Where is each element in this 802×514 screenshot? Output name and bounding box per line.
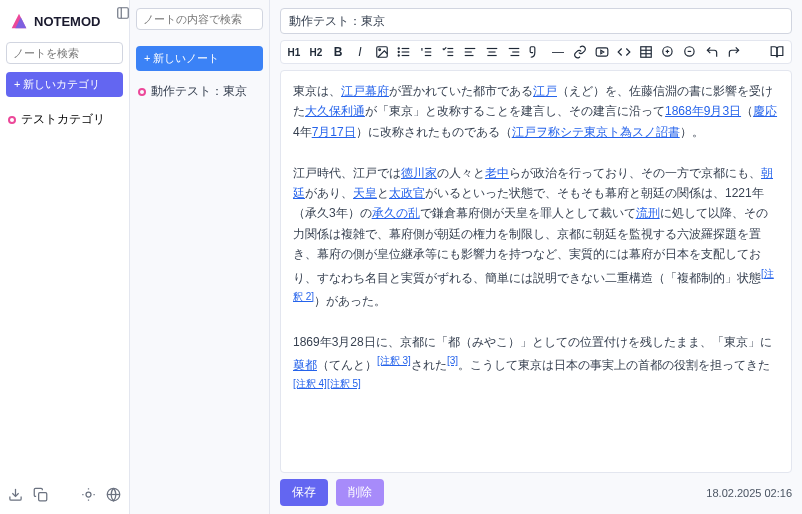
logo-icon — [8, 10, 30, 32]
editor-content[interactable]: 東京は、江戸幕府が置かれていた都市である江戸（えど）を、佐藤信淵の書に影響を受け… — [280, 70, 792, 473]
new-category-button[interactable]: + 新しいカテゴリ — [6, 72, 123, 97]
youtube-button[interactable] — [595, 45, 609, 59]
app-logo: NOTEMOD — [6, 8, 123, 42]
align-right-button[interactable] — [507, 45, 521, 59]
image-button[interactable] — [375, 45, 389, 59]
app-name: NOTEMOD — [34, 14, 100, 29]
delete-button[interactable]: 削除 — [336, 479, 384, 506]
copy-icon[interactable] — [33, 487, 48, 502]
category-label: テストカテゴリ — [21, 111, 105, 128]
table-button[interactable] — [639, 45, 653, 59]
timestamp-label: 18.02.2025 02:16 — [706, 487, 792, 499]
bold-button[interactable]: B — [331, 45, 345, 59]
editor-toolbar: H1 H2 B I — — [280, 40, 792, 64]
note-title-input[interactable] — [280, 8, 792, 34]
svg-rect-36 — [596, 48, 608, 56]
panel-toggle-icon[interactable] — [116, 6, 130, 20]
globe-icon[interactable] — [106, 487, 121, 502]
quote-button[interactable] — [529, 45, 543, 59]
checklist-button[interactable] — [441, 45, 455, 59]
theme-icon[interactable] — [81, 487, 96, 502]
hr-button[interactable]: — — [551, 45, 565, 59]
zoom-in-button[interactable] — [661, 45, 675, 59]
note-item-label: 動作テスト：東京 — [151, 83, 247, 100]
editor-panel: H1 H2 B I — 東京は、江戸幕府が置かれていた都市である江戸（えど）を、… — [270, 0, 802, 514]
undo-button[interactable] — [705, 45, 719, 59]
svg-point-20 — [398, 55, 399, 56]
note-list-item[interactable]: 動作テスト：東京 — [136, 79, 263, 104]
svg-rect-2 — [118, 8, 129, 19]
zoom-out-button[interactable] — [683, 45, 697, 59]
align-center-button[interactable] — [485, 45, 499, 59]
code-button[interactable] — [617, 45, 631, 59]
sidebar-footer — [6, 483, 123, 506]
notes-search-input[interactable] — [136, 8, 263, 30]
category-dot-icon — [8, 116, 16, 124]
new-note-button[interactable]: + 新しいノート — [136, 46, 263, 71]
bullet-list-button[interactable] — [397, 45, 411, 59]
h2-button[interactable]: H2 — [309, 47, 323, 58]
align-left-button[interactable] — [463, 45, 477, 59]
svg-rect-5 — [39, 493, 47, 501]
svg-point-14 — [379, 49, 381, 51]
editor-footer: 保存 削除 18.02.2025 02:16 — [280, 479, 792, 506]
h1-button[interactable]: H1 — [287, 47, 301, 58]
category-item[interactable]: テストカテゴリ — [6, 107, 123, 132]
sidebar: NOTEMOD + 新しいカテゴリ テストカテゴリ — [0, 0, 130, 514]
sidebar-search-input[interactable] — [6, 42, 123, 64]
ordered-list-button[interactable] — [419, 45, 433, 59]
note-dot-icon — [138, 88, 146, 96]
svg-point-19 — [398, 51, 399, 52]
link-button[interactable] — [573, 45, 587, 59]
svg-point-18 — [398, 48, 399, 49]
svg-point-6 — [86, 492, 91, 497]
reader-mode-button[interactable] — [769, 45, 785, 59]
notes-list-panel: + 新しいノート 動作テスト：東京 — [130, 0, 270, 514]
italic-button[interactable]: I — [353, 45, 367, 59]
download-icon[interactable] — [8, 487, 23, 502]
redo-button[interactable] — [727, 45, 741, 59]
svg-marker-37 — [601, 50, 604, 54]
save-button[interactable]: 保存 — [280, 479, 328, 506]
